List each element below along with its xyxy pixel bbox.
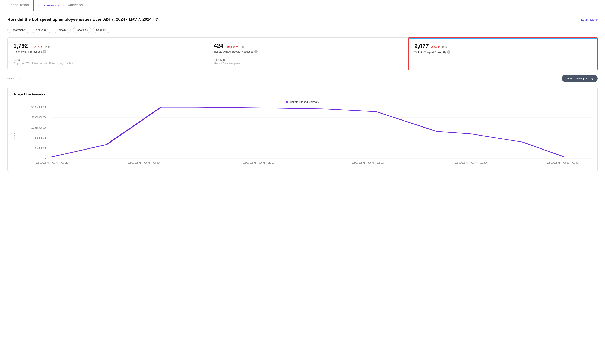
svg-text:2024-04-29: 2024-04-29 xyxy=(455,162,487,164)
metric-secondary-value-approvals: 34.4 Mins xyxy=(214,58,402,62)
chevron-down-icon: ▾ xyxy=(25,29,26,31)
svg-text:2024-05-06: 2024-05-06 xyxy=(547,162,579,164)
help-icon[interactable]: ? xyxy=(43,50,46,53)
metric-pop-label: PoP xyxy=(241,45,246,48)
metrics-row: 1,792 -10.5 % PoP Tickets with Interacti… xyxy=(7,38,598,70)
svg-text:2024-04-15: 2024-04-15 xyxy=(243,162,275,164)
svg-text:2024-04-08: 2024-04-08 xyxy=(128,162,160,164)
headline-row: How did the bot speed up employee issues… xyxy=(7,17,598,22)
deep-dive-row: DEEP DIVE View Tickets (18,014) xyxy=(7,75,598,82)
chart-card: Triage Effectiveness Tickets Triaged Cor… xyxy=(7,87,598,172)
metric-secondary-label-approvals: Median Time to Approval xyxy=(214,62,402,65)
legend-dot xyxy=(286,101,288,103)
y-axis-label: Issues xyxy=(14,105,16,167)
metric-card-approvals: 424 -19.8 % PoP Tickets with Approvals P… xyxy=(208,38,408,70)
triangle-down-icon xyxy=(438,46,440,48)
help-icon[interactable]: ? xyxy=(447,50,450,54)
svg-text:2024-04-22: 2024-04-22 xyxy=(352,162,384,164)
headline: How did the bot speed up employee issues… xyxy=(7,17,158,22)
metric-title-interactions: Tickets with Interactions ? xyxy=(14,50,202,53)
svg-text:2000: 2000 xyxy=(31,116,46,119)
metric-secondary-value-interactions: 1,216 xyxy=(14,58,202,62)
tab-acceleration[interactable]: ACCELERATION xyxy=(33,0,64,11)
filter-language[interactable]: Language ▾ xyxy=(31,27,52,33)
learn-more-link[interactable]: Learn More xyxy=(581,18,598,21)
svg-text:2500: 2500 xyxy=(31,106,46,108)
chart-title: Triage Effectiveness xyxy=(14,92,591,96)
tab-adoption[interactable]: ADOPTION xyxy=(64,0,87,11)
view-tickets-button[interactable]: View Tickets (18,014) xyxy=(562,75,598,82)
tab-bar: RESOLUTION ACCELERATION ADOPTION xyxy=(0,0,605,11)
metric-title-approvals: Tickets with Approvals Processed ? xyxy=(214,50,402,53)
deep-dive-label: DEEP DIVE xyxy=(7,77,22,80)
chevron-down-icon: ▾ xyxy=(106,29,107,31)
metric-pop-label: PoP xyxy=(45,45,50,48)
metric-card-triaged: 9,077 -6 % PoP Tickets Triaged Correctly… xyxy=(408,38,598,70)
metric-secondary-label-interactions: Employees Who Interacted with Ticket thr… xyxy=(14,62,202,65)
triangle-down-icon xyxy=(236,46,238,48)
date-range[interactable]: Apr 7, 2024 - May 7, 2024 ▾ xyxy=(103,17,154,22)
svg-text:500: 500 xyxy=(35,147,46,150)
metric-value-interactions: 1,792 xyxy=(14,43,28,49)
filter-department[interactable]: Department ▾ xyxy=(7,27,29,33)
filter-bar: Department ▾ Language ▾ Domain ▾ Locatio… xyxy=(7,27,598,33)
chevron-down-icon: ▾ xyxy=(67,29,68,31)
triangle-down-icon xyxy=(40,46,42,48)
metric-card-interactions: 1,792 -10.5 % PoP Tickets with Interacti… xyxy=(8,38,208,70)
metric-value-approvals: 424 xyxy=(214,43,223,49)
filter-location[interactable]: Location ▾ xyxy=(73,27,91,33)
filter-country[interactable]: Country ▾ xyxy=(93,27,110,33)
metric-title-triaged: Tickets Triaged Correctly ? xyxy=(414,50,591,54)
svg-text:1500: 1500 xyxy=(31,126,46,129)
help-icon[interactable]: ? xyxy=(254,50,258,53)
tab-resolution[interactable]: RESOLUTION xyxy=(7,0,33,11)
metric-value-triaged: 9,077 xyxy=(414,43,429,50)
chevron-down-icon: ▾ xyxy=(152,18,154,21)
metric-pop-label: PoP xyxy=(442,46,447,49)
chart-legend: Tickets Triaged Correctly xyxy=(14,100,591,104)
chevron-down-icon: ▾ xyxy=(87,29,88,31)
chevron-down-icon: ▾ xyxy=(47,29,48,31)
svg-text:2024-04-01: 2024-04-01 xyxy=(36,162,68,164)
filter-domain[interactable]: Domain ▾ xyxy=(54,27,71,33)
svg-text:0: 0 xyxy=(42,157,46,160)
metric-pop-interactions: -10.5 % xyxy=(30,45,42,48)
line-chart: 0 500 1000 1500 2000 2500 2024-04-01 202… xyxy=(17,105,591,167)
metric-pop-approvals: -19.8 % xyxy=(226,45,238,48)
svg-text:1000: 1000 xyxy=(31,137,46,139)
metric-pop-triaged: -6 % xyxy=(431,46,440,49)
